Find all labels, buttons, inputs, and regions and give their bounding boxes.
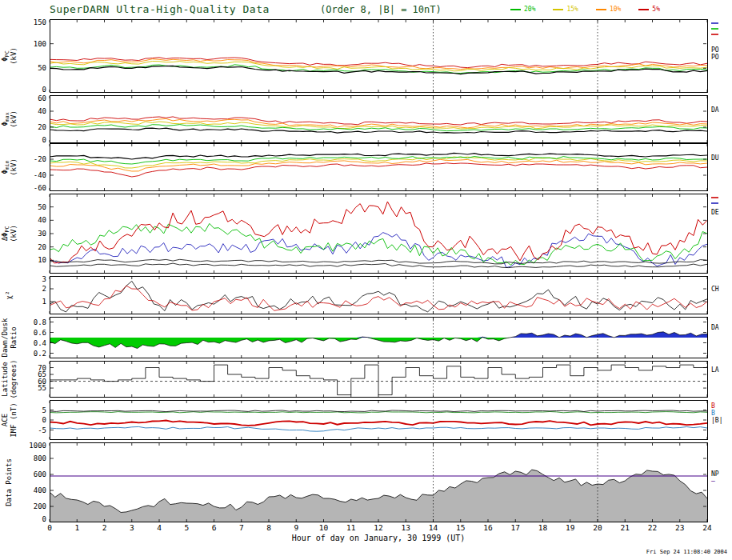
series-By [50,426,707,431]
y-axis-label: Ratio [10,326,18,348]
tspan-element: (kV) [10,225,18,242]
series-5% [50,163,707,177]
y-axis-label: (kV) [10,110,18,128]
series-green [50,223,707,265]
x-tick-label: 21 [621,523,630,532]
y-tick-label: 0 [42,86,46,93]
y-tick-label: 200 [34,502,46,510]
y-tick-label: 40 [38,216,46,224]
y-axis-label: (kV) [10,225,18,242]
series-red [50,286,707,310]
x-tick-label: 7 [239,523,244,532]
right-label: NP [711,470,719,478]
x-tick-label: 24 [702,523,712,532]
fill-area [50,470,707,522]
y-axis-label: ACE [1,414,9,426]
x-tick-label: 14 [429,523,438,532]
axis-frame [50,362,708,398]
legend-dash [596,9,606,10]
x-tick-label: 4 [157,523,162,532]
series-Bt [50,412,707,413]
y-tick-label: 0.4 [34,339,46,347]
y-tick-label: -5 [38,426,46,434]
panel-svg-chi-squared: 123χ²CH [0,276,732,314]
x-tick-label: 20 [593,523,602,532]
right-label: B [711,410,715,417]
x-tick-label: 17 [511,523,520,532]
chart-subtitle: (Order 8, |B| = 10nT) [320,4,442,15]
y-axis-label: IMF (nT) [10,402,18,437]
y-tick-label: 20 [38,243,46,251]
y-tick-label: 400 [34,486,46,494]
x-axis-svg: 0123456789101112131415161718192021222324 [0,522,732,534]
axis-frame [50,194,708,274]
tspan-element: (kV) [10,158,18,176]
y-tick-label: 0 [42,515,46,522]
y-tick-label: 0 [42,416,46,424]
legend-label: 5% [652,6,660,13]
right-label: B [711,402,715,410]
panels-stack: 050100150ΦPC(kV)POPO0204060Φmax(kV)DA-60… [0,19,732,522]
x-tick-label: 9 [294,523,298,532]
panel-svg-phi-max: 0204060Φmax(kV)DA [0,95,732,143]
panel-phi-max: 0204060Φmax(kV)DA [0,95,732,143]
y-tick-label: 40 [38,107,46,115]
right-label: DA [711,324,719,331]
legend-item-5%: 5% [638,6,660,13]
series-10% [50,59,707,70]
y-tick-label: 60 [38,378,46,386]
y-tick-label: 50 [38,64,46,72]
panel-phi-pc: 050100150ΦPC(kV)POPO [0,19,732,93]
tspan-element: IMF (nT) [10,402,18,437]
y-axis-label: (kV) [10,158,18,176]
x-tick-label: 0 [47,523,52,532]
panel-delta-phi-pc: 1020304050ΔΦPC(kV)DE [0,194,732,274]
tspan-element: (kV) [10,110,18,128]
x-tick-label: 10 [319,523,329,532]
series-|B| [50,410,707,412]
series-Bx [50,421,707,426]
y-tick-label: 0.6 [34,329,46,337]
y-tick-label: 70 [38,364,46,372]
y-axis-label: (degrees) [10,361,18,398]
legend-label: 20% [524,6,535,13]
axis-frame [50,20,708,93]
axis-frame [50,96,708,143]
y-tick-label: 30 [38,230,46,238]
tspan-element: ACE [1,414,9,426]
panel-ace-imf: -505ACEIMF (nT)BB|B| [0,400,732,440]
tspan-element: (degrees) [10,361,18,398]
tspan-element: (kV) [10,47,18,65]
x-tick-label: 1 [74,523,79,532]
y-tick-label: 5 [42,406,46,414]
right-label: PO [711,46,719,54]
legend-dash [553,9,563,10]
percentile-legend: 20%15%10%5% [510,6,660,13]
x-tick-label: 18 [538,523,548,532]
y-tick-label: 0 [42,136,46,143]
y-tick-label: 150 [34,19,46,26]
right-label: DA [711,106,719,114]
right-label: CH [711,286,719,293]
x-tick-label: 8 [266,523,271,532]
y-tick-label: 2 [42,285,46,293]
right-label: DE [711,209,719,216]
y-tick-label: -60 [34,184,46,191]
legend-dash [510,9,521,10]
panel-svg-dawn-dusk-ratio: 0.20.40.60.8Dawn/DuskRatioDA [0,317,732,358]
y-tick-label: -20 [34,155,46,163]
x-tick-label: 22 [648,523,657,532]
y-tick-label: 600 [34,470,46,478]
x-tick-label: 3 [130,523,134,532]
x-tick-label: 15 [456,523,465,532]
panel-dawn-dusk-ratio: 0.20.40.60.8Dawn/DuskRatioDA [0,317,732,358]
legend-item-15%: 15% [553,6,578,13]
panel-svg-latitude: 55606570Latitude(degrees)LA [0,361,732,398]
panel-latitude: 55606570Latitude(degrees)LA [0,361,732,398]
y-tick-label: 1000 [29,442,46,450]
y-tick-label: 50 [38,203,46,211]
y-tick-label: 10 [38,256,46,264]
y-tick-label: 800 [34,454,46,462]
right-label: PO [711,54,719,61]
tspan-element: Dawn/Dusk [1,318,9,357]
